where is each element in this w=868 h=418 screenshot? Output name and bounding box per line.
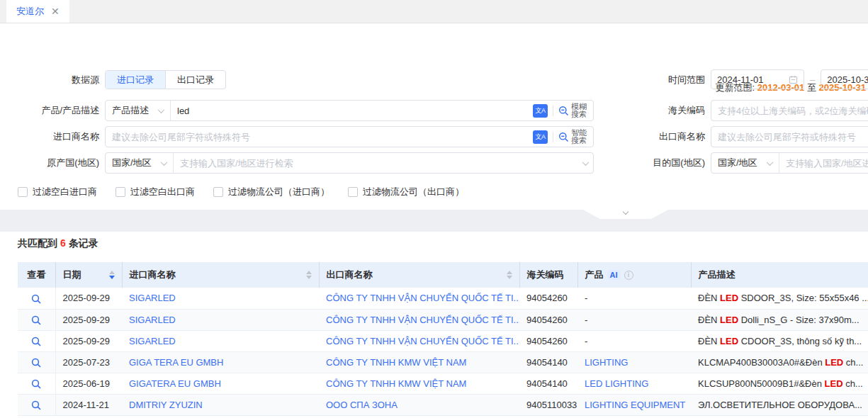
sort-exporter-button[interactable] <box>507 271 512 279</box>
collapse-panel-button[interactable] <box>583 210 668 219</box>
desc-text: ch... <box>843 357 863 368</box>
col-header-date-label: 日期 <box>63 269 81 281</box>
product-type-select[interactable]: 产品描述 <box>106 101 171 120</box>
translate-icon[interactable]: 文A <box>533 130 548 144</box>
info-icon[interactable]: i <box>624 271 633 280</box>
date-start-value: 2024-11-01 <box>717 74 764 85</box>
desc-text: ch... <box>843 378 863 389</box>
results-panel: 共匹配到6条记录 查看 日期 进口商名称 出口商名称 海关编码 产品AIi 产品… <box>0 232 868 418</box>
cell-product-link[interactable]: LED LIGHTING <box>585 378 648 389</box>
cell-exporter-link[interactable]: CÔNG TY TNHH KMW VIỆT NAM <box>326 357 466 368</box>
date-range-dash: – <box>810 74 815 85</box>
view-record-icon[interactable] <box>31 358 41 368</box>
view-record-icon[interactable] <box>31 400 41 410</box>
product-search-input[interactable] <box>171 106 533 116</box>
table-row: 2024-11-21 DMITRIY ZYUZIN ООО СПА ЗОНА 9… <box>18 394 868 415</box>
view-record-icon[interactable] <box>31 337 41 346</box>
filter-checkboxes: 过滤空白进口商 过滤空白出口商 过滤物流公司（进口商） 过滤物流公司（出口商） <box>18 186 464 198</box>
result-count-suffix: 条记录 <box>69 237 98 249</box>
destination-type-select[interactable]: 国家/地区 <box>711 153 779 173</box>
col-header-importer[interactable]: 进口商名称 <box>122 262 319 288</box>
cell-product: - <box>577 288 691 309</box>
chevron-down-icon <box>582 159 590 166</box>
product-search-group: 产品描述 文A 模糊搜索 <box>105 100 594 121</box>
col-header-date[interactable]: 日期 <box>55 262 122 288</box>
table-header-row: 查看 日期 进口商名称 出口商名称 海关编码 产品AIi 产品描述 <box>18 262 868 288</box>
translate-icon[interactable]: 文A <box>533 104 548 118</box>
checkbox-icon[interactable] <box>348 187 358 197</box>
calendar-icon <box>789 75 798 84</box>
cell-product-link[interactable]: LIGHTING EQUIPMENT <box>585 400 685 410</box>
checkbox-filter-blank-importer[interactable]: 过滤空白进口商 <box>18 186 97 198</box>
cell-exporter-link[interactable]: CÔNG TY TNHH VẬN CHUYỂN QUỐC TẾ TI... <box>326 336 519 346</box>
origin-type-select[interactable]: 国家/地区 <box>106 153 174 173</box>
cell-exporter-link[interactable]: CÔNG TY TNHH VẬN CHUYỂN QUỐC TẾ TI... <box>326 315 519 325</box>
checkbox-label: 过滤物流公司（出口商） <box>363 186 464 198</box>
origin-country-label: 原产国(地区) <box>0 153 99 172</box>
table-row: 2025-09-29 SIGARLED CÔNG TY TNHH VẬN CHU… <box>18 288 868 309</box>
cell-importer-link[interactable]: SIGARLED <box>129 336 176 346</box>
desc-text: SDOOR_3S, Size: 55x55x46 ... <box>738 293 868 303</box>
cell-importer-link[interactable]: GIGA TERA EU GMBH <box>129 357 223 368</box>
date-start-input[interactable]: 2024-11-01 <box>711 69 804 89</box>
importer-label: 进口商名称 <box>0 127 99 146</box>
cell-product: - <box>577 309 691 330</box>
checkbox-icon[interactable] <box>115 187 125 197</box>
cell-product-link[interactable]: LIGHTING <box>585 357 628 368</box>
sort-importer-button[interactable] <box>306 271 312 279</box>
col-header-exporter[interactable]: 出口商名称 <box>319 262 519 288</box>
view-record-icon[interactable] <box>31 315 41 325</box>
cell-date: 2025-09-29 <box>55 309 122 330</box>
tab-bar: 安道尔 ✕ <box>0 0 868 23</box>
cell-exporter-link[interactable]: ООО СПА ЗОНА <box>326 400 398 410</box>
checkbox-icon[interactable] <box>213 187 223 197</box>
cell-exporter-link[interactable]: CÔNG TY TNHH KMW VIỆT NAM <box>326 378 466 389</box>
destination-country-label: 目的国(地区) <box>624 153 705 172</box>
sort-date-button[interactable] <box>109 271 115 279</box>
cell-importer-link[interactable]: SIGARLED <box>129 293 176 303</box>
tab-title: 安道尔 <box>16 5 44 18</box>
destination-country-input[interactable] <box>779 158 868 169</box>
origin-country-group: 国家/地区 <box>105 152 594 174</box>
time-range-control: 2024-11-01 – 2025-10-31 <box>711 69 868 89</box>
cell-hs-code: 9405110033 <box>519 394 577 415</box>
cell-importer-link[interactable]: GIGATERA EU GMBH <box>129 378 221 389</box>
checkbox-filter-logistics-exporter[interactable]: 过滤物流公司（出口商） <box>348 186 464 198</box>
importer-input[interactable] <box>106 132 533 142</box>
view-record-icon[interactable] <box>31 379 41 389</box>
fuzzy-search-button[interactable]: 模糊搜索 <box>558 103 588 118</box>
cell-date: 2025-07-23 <box>55 351 122 373</box>
cell-description: ЭЛ.ОСВЕТИТЕЛЬНОЕ ОБОРУДОВА... <box>691 394 868 415</box>
view-record-icon[interactable] <box>31 294 41 304</box>
table-row: 2025-09-29 SIGARLED CÔNG TY TNHH VẬN CHU… <box>18 309 868 330</box>
records-table: 查看 日期 进口商名称 出口商名称 海关编码 产品AIi 产品描述 2025-0… <box>18 262 868 416</box>
desc-text: Dolli_nS_G - Size: 37x90m... <box>738 315 859 325</box>
hs-code-input[interactable] <box>711 100 868 121</box>
cell-importer-link[interactable]: SIGARLED <box>129 315 176 325</box>
data-source-label: 数据源 <box>0 70 99 89</box>
tab-close-icon[interactable]: ✕ <box>51 6 60 16</box>
checkbox-icon[interactable] <box>18 187 28 197</box>
chevron-down-icon <box>767 159 774 166</box>
checkbox-filter-blank-exporter[interactable]: 过滤空白出口商 <box>115 186 195 198</box>
checkbox-filter-logistics-importer[interactable]: 过滤物流公司（进口商） <box>213 186 329 198</box>
export-records-tab[interactable]: 出口记录 <box>165 71 225 89</box>
panel-separator <box>0 210 868 232</box>
col-header-product-label: 产品 <box>585 269 604 281</box>
exporter-input[interactable] <box>711 126 868 147</box>
cell-description: ĐÈN LED SDOOR_3S, Size: 55x55x46 ... <box>691 288 868 309</box>
cell-date: 2025-09-29 <box>55 288 122 309</box>
origin-country-input[interactable] <box>174 158 583 169</box>
time-range-label: 时间范围 <box>624 70 705 89</box>
date-end-input[interactable]: 2025-10-31 <box>821 69 868 89</box>
cell-exporter-link[interactable]: CÔNG TY TNHH VẬN CHUYỂN QUỐC TẾ TI... <box>326 293 519 303</box>
cell-importer-link[interactable]: DMITRIY ZYUZIN <box>129 400 203 410</box>
cell-date: 2025-09-29 <box>55 330 122 351</box>
cell-hs-code: 94054260 <box>519 309 577 330</box>
col-header-view: 查看 <box>18 262 55 288</box>
tab-andorra[interactable]: 安道尔 ✕ <box>6 0 69 23</box>
table-row: 2025-09-29 SIGARLED CÔNG TY TNHH VẬN CHU… <box>18 330 868 351</box>
import-records-tab[interactable]: 进口记录 <box>106 71 165 89</box>
smart-search-button[interactable]: 智能搜索 <box>558 129 588 145</box>
cell-description: KLCMAP400B30003A0#&Đèn LED ch... <box>691 351 868 373</box>
